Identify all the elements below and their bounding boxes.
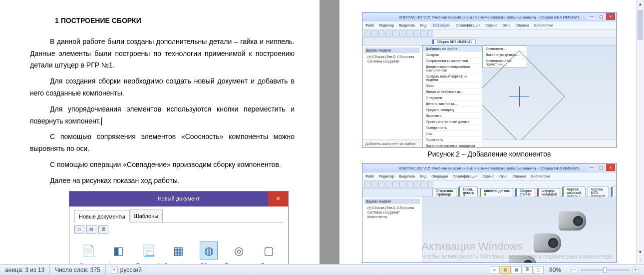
status-bar: Добавить компонент из файла [362,140,616,148]
maximize-button[interactable]: ▢ [597,164,606,171]
zoom-level[interactable]: 80% [544,266,566,274]
screenshot-add-components: КОМПАС-3D V15 Учебная версия (Не для ком… [362,12,617,148]
view-web-layout[interactable]: ▦ [512,266,522,274]
view-outline[interactable]: ≣ [523,266,533,274]
origin-axis-icon [509,86,529,106]
model-tree[interactable]: Дерево модели (т) Сборка (Тел-0, Сборочн… [362,46,422,148]
close-button[interactable]: × [606,164,615,171]
view-print-layout[interactable]: ▤ [501,266,511,274]
paragraph: С помощью сопряжения элементов «Соосност… [30,131,295,155]
fragment-icon: ◧ [109,242,127,260]
assembly-part-icon [559,212,586,230]
word-count[interactable]: Число слов: 375 [50,264,106,275]
paragraph: Для создания сборки необходимо создать н… [30,76,295,100]
scroll-down-arrow-icon[interactable]: ▼ [637,248,644,256]
dialog-close-button[interactable]: × [268,192,288,206]
dialog-title: Новый документ [158,194,200,204]
toolbar[interactable] [362,30,616,38]
document-tabs[interactable]: Стартовая страница Гайка, деталь 2 ниппе… [362,188,616,196]
minimize-button[interactable]: — [587,164,596,171]
close-button[interactable]: × [606,13,615,20]
zoom-thumb[interactable] [603,267,607,273]
viewport-3d[interactable]: Добавить из файла... Создать Сопряжения … [422,46,616,148]
zoom-in-button[interactable]: + [632,266,639,274]
techassembly-icon: ◎ [230,242,248,260]
model-tree[interactable]: Дерево модели (т) Сборка (Тел-0, Сборочн… [362,196,422,262]
zoom-slider[interactable]: − + [566,266,644,274]
operations-menu[interactable]: Добавить из файла... Создать Сопряжения … [422,46,482,148]
paragraph: С помощью операции «Совпадение» производ… [30,159,295,171]
page-left: 1 ПОСТРОЕНИЕ СБОРКИ В данной работе были… [0,0,320,268]
textdoc-icon: 📃 [140,242,158,260]
app-title-bar: КОМПАС-3D V15 Учебная версия (Не для ком… [362,164,616,172]
document-tabs[interactable]: Сборка БЕЗ ИМЕНИ1 [362,38,616,46]
scroll-thumb[interactable] [638,10,643,40]
view-list[interactable]: ≣ [98,226,108,234]
assembly-icon: ◍ [200,242,218,260]
minimize-button[interactable]: — [587,13,596,20]
view-read-mode[interactable]: ▭ [490,266,500,274]
paragraph: В данной работе были созданы дополнитель… [30,36,295,72]
page-right: КОМПАС-3D V15 Учебная версия (Не для ком… [339,0,639,268]
dialog-title-bar: Новый документ × [69,192,288,206]
figure-caption-2: Рисунок 2 – Добавление компонентов [360,150,618,158]
heading-1: 1 ПОСТРОЕНИЕ СБОРКИ [55,15,295,27]
view-draft[interactable]: ▢ [534,266,544,274]
text-cursor [101,118,102,126]
paragraph: Для упорядочивания элементов используютс… [30,104,295,128]
proofing-icon: ✎ [111,266,118,274]
word-status-bar: аница: 3 из 13 Число слов: 375 ✎русский … [0,264,644,275]
menu-bar[interactable]: ФайлРедакторВыделитьВидОперацииСпецифика… [362,22,616,30]
detail-icon: ▢ [260,242,278,260]
page-indicator[interactable]: аница: 3 из 13 [0,264,50,275]
vertical-scrollbar[interactable]: ▲ ▼ ◦ [636,0,644,264]
windows-activation-watermark: Активация Windows Чтобы активировать Win… [422,240,615,260]
spec-icon: ▦ [170,242,188,260]
menu-bar[interactable]: ФайлРедакторВыделитьВидОперацииСпецифика… [362,172,616,180]
tab-templates[interactable]: Шаблоны [130,210,163,222]
paragraph: Далее на рисунках показан ход работы. [30,175,295,187]
new-document-dialog: Новый документ × Новые документы Шаблоны… [69,191,289,268]
view-small-icons[interactable]: ▤ [86,226,96,234]
zoom-out-button[interactable]: − [571,266,578,274]
scroll-page-icon[interactable]: ◦ [637,256,644,264]
maximize-button[interactable]: ▢ [597,13,606,20]
language-indicator[interactable]: ✎русский [106,264,147,275]
app-title-bar: КОМПАС-3D V15 Учебная версия (Не для ком… [362,12,616,22]
tab-new-documents[interactable]: Новые документы [74,210,130,223]
view-large-icons[interactable]: ▭ [74,226,84,234]
scroll-up-arrow-icon[interactable]: ▲ [637,0,644,8]
drawing-icon: 📄 [79,242,97,260]
